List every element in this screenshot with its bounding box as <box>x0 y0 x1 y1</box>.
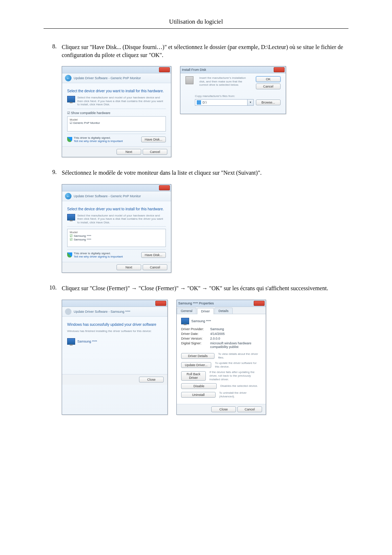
update-driver-dialog: ← Update Driver Software - Generic PnP M… <box>62 66 171 157</box>
monitor-icon <box>67 214 75 220</box>
cancel-button[interactable]: Cancel <box>143 264 167 270</box>
dialog-heading: Select the device driver you want to ins… <box>67 207 166 211</box>
have-disk-button[interactable]: Have Disk... <box>141 252 166 258</box>
cancel-button[interactable]: Cancel <box>143 149 167 155</box>
shield-icon <box>67 252 72 258</box>
step-9: 9. Sélectionnez le modèle de votre monit… <box>44 169 348 177</box>
dialog-subtext: Select the manufacturer and model of you… <box>77 214 166 224</box>
dialog-heading: Windows has successfully updated your dr… <box>67 323 162 327</box>
dialog-footer: Next Cancel <box>62 262 171 272</box>
breadcrumb-text: Update Driver Software - Samsung **** <box>74 310 130 313</box>
driver-details-button[interactable]: Driver Details <box>181 353 215 359</box>
floppy-icon <box>185 76 193 84</box>
breadcrumb: Update Driver Software - Samsung **** <box>62 307 167 317</box>
device-name: Samsung **** <box>77 340 97 343</box>
step-number: 9. <box>44 169 62 177</box>
close-button[interactable]: Close <box>139 377 164 382</box>
step-9-images: ← Update Driver Software - Generic PnP M… <box>62 184 348 273</box>
list-item[interactable]: Samsung **** <box>74 238 91 241</box>
signing-link[interactable]: Tell me why driver signing is important <box>74 139 123 143</box>
tab-general[interactable]: General <box>177 308 196 314</box>
next-button[interactable]: Next <box>117 149 141 155</box>
title-bar: Install From Disk <box>180 66 286 73</box>
back-icon[interactable]: ← <box>65 75 72 81</box>
breadcrumb-text: Update Driver Software - Generic PnP Mon… <box>74 76 141 80</box>
cancel-button[interactable]: Cancel <box>237 406 262 412</box>
browse-button[interactable]: Browse... <box>256 100 281 105</box>
next-button[interactable]: Next <box>117 264 141 270</box>
have-disk-button[interactable]: Have Disk... <box>141 137 166 142</box>
device-name: Samsung **** <box>191 319 211 323</box>
monitor-icon <box>181 318 189 324</box>
chevron-down-icon[interactable]: ▾ <box>248 99 254 106</box>
close-icon[interactable] <box>274 67 285 72</box>
uninstall-button[interactable]: Uninstall <box>181 392 216 398</box>
document-page: Utilisation du logiciel 8. Cliquez sur "… <box>0 0 392 448</box>
dialog-title: Install From Disk <box>182 68 206 72</box>
tab-driver[interactable]: Driver <box>197 308 214 314</box>
copy-from-label: Copy manufacturer's files from: <box>195 94 281 98</box>
drive-icon <box>197 100 201 105</box>
cancel-button[interactable]: Cancel <box>256 84 281 89</box>
step-number: 10. <box>44 284 62 292</box>
monitor-icon <box>67 96 75 102</box>
close-icon[interactable] <box>155 301 166 306</box>
title-bar <box>62 66 171 73</box>
select-model-dialog: ← Update Driver Software - Generic PnP M… <box>62 184 171 273</box>
dialog-heading: Select the device driver you want to ins… <box>67 89 166 93</box>
step-10: 10. Cliquez sur "Close (Fermer)" → "Clos… <box>44 284 348 292</box>
signed-label: This driver is digitally signed. <box>74 136 123 139</box>
breadcrumb: ← Update Driver Software - Generic PnP M… <box>62 73 171 83</box>
title-bar <box>62 185 171 191</box>
close-icon[interactable] <box>159 185 170 190</box>
dialog-footer: Next Cancel <box>62 146 171 157</box>
step-10-images: Update Driver Software - Samsung **** Wi… <box>62 300 348 415</box>
step-text: Sélectionnez le modèle de votre moniteur… <box>62 169 348 177</box>
list-item[interactable]: Samsung **** <box>74 234 91 238</box>
dialog-footer: Close Cancel <box>177 404 266 414</box>
back-icon[interactable]: ← <box>65 193 72 199</box>
back-icon <box>65 308 72 315</box>
model-list[interactable]: Model ☑Samsung **** ☑Samsung **** <box>67 229 166 247</box>
step-number: 8. <box>44 43 62 59</box>
close-icon[interactable] <box>254 301 265 306</box>
step-text: Cliquez sur "Close (Fermer)" → "Close (F… <box>62 284 348 292</box>
path-input[interactable]: D:\ <box>195 99 248 106</box>
step-8-images: ← Update Driver Software - Generic PnP M… <box>62 66 348 157</box>
disable-button[interactable]: Disable <box>181 383 217 389</box>
page-title: Utilisation du logiciel <box>44 18 348 29</box>
tab-bar: General Driver Details <box>177 307 266 314</box>
shield-icon <box>67 137 72 142</box>
step-8: 8. Cliquez sur "Have Disk... (Disque fou… <box>44 43 348 59</box>
ok-button[interactable]: OK <box>256 76 281 82</box>
title-bar: Samsung **** Properties <box>177 300 266 307</box>
compat-checkbox[interactable]: ☑ Show compatible hardware <box>67 111 110 115</box>
step-text: Cliquez sur "Have Disk... (Disque fourni… <box>62 43 348 59</box>
dialog-footer: Close <box>62 374 167 385</box>
success-dialog: Update Driver Software - Samsung **** Wi… <box>62 300 168 415</box>
title-bar <box>62 300 167 307</box>
dialog-message: Insert the manufacturer's installation d… <box>199 76 252 87</box>
model-list[interactable]: Model ☑ Generic PnP Monitor <box>67 116 166 131</box>
signing-link[interactable]: Tell me why driver signing is important <box>74 255 123 258</box>
close-icon[interactable] <box>159 67 170 72</box>
signed-label: This driver is digitally signed. <box>74 252 123 255</box>
list-item[interactable]: Generic PnP Monitor <box>73 121 100 125</box>
properties-dialog: Samsung **** Properties General Driver D… <box>176 300 266 415</box>
breadcrumb: ← Update Driver Software - Generic PnP M… <box>62 191 171 201</box>
dialog-title: Samsung **** Properties <box>178 301 214 305</box>
rollback-driver-button[interactable]: Roll Back Driver <box>181 371 206 381</box>
dialog-subtext: Select the manufacturer and model of you… <box>77 96 166 106</box>
close-button[interactable]: Close <box>211 406 236 412</box>
install-from-disk-dialog: Install From Disk Insert the manufacture… <box>180 66 286 114</box>
update-driver-button[interactable]: Update Driver... <box>181 362 211 368</box>
monitor-icon <box>67 338 75 345</box>
breadcrumb-text: Update Driver Software - Generic PnP Mon… <box>74 194 141 198</box>
tab-details[interactable]: Details <box>215 308 233 314</box>
dialog-subtext: Windows has finished installing the driv… <box>67 329 162 333</box>
